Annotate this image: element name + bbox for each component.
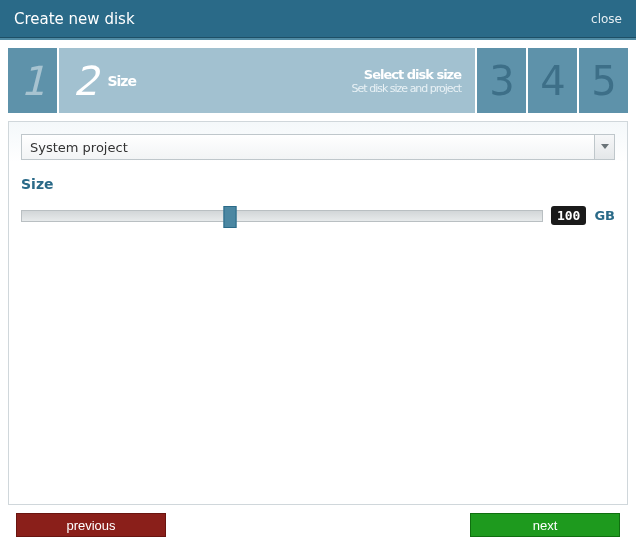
footer: previous next [0, 513, 636, 549]
size-slider-row: 100 GB [21, 206, 615, 225]
previous-button[interactable]: previous [16, 513, 166, 537]
wizard-step-4[interactable]: 4 [528, 48, 577, 113]
wizard-step-2-label: Size [107, 73, 136, 89]
wizard-step-2-num: 2 [73, 58, 97, 104]
size-unit: GB [594, 208, 615, 223]
size-slider-handle[interactable] [223, 206, 236, 228]
wizard-step-2[interactable]: 2 Size Select disk size Set disk size an… [59, 48, 475, 113]
size-value-badge: 100 [551, 206, 586, 225]
wizard-step-5[interactable]: 5 [579, 48, 628, 113]
project-select-value: System project [30, 140, 128, 155]
wizard-step-2-sub: Set disk size and project [352, 82, 461, 95]
wizard-step-2-info: Select disk size Set disk size and proje… [352, 67, 461, 95]
chevron-down-icon [594, 135, 614, 159]
close-button[interactable]: close [591, 12, 622, 26]
dialog-title: Create new disk [14, 10, 135, 28]
size-slider[interactable] [21, 210, 543, 222]
wizard-step-2-heading: Select disk size [352, 67, 461, 82]
wizard-step-3[interactable]: 3 [477, 48, 526, 113]
wizard-step-1[interactable]: 1 [8, 48, 57, 113]
form-body: System project Size 100 GB [8, 121, 628, 505]
size-section-label: Size [21, 176, 615, 192]
titlebar: Create new disk close [0, 0, 636, 38]
next-button[interactable]: next [470, 513, 620, 537]
wizard-steps: 1 2 Size Select disk size Set disk size … [0, 40, 636, 113]
project-select[interactable]: System project [21, 134, 615, 160]
